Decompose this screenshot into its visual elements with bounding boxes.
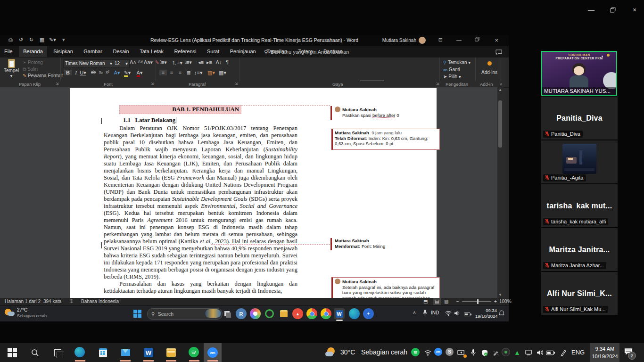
- tab-gambar[interactable]: Gambar: [79, 46, 107, 57]
- styles-dialog-launcher[interactable]: ⇲: [436, 82, 439, 86]
- highlight-color-icon[interactable]: ✎▾: [124, 70, 131, 76]
- blue-app-icon[interactable]: ✈: [363, 308, 374, 319]
- participant-tile[interactable]: tarisha_kak mut... tarisha_kak mutiara_a…: [541, 184, 618, 227]
- word-restore-icon[interactable]: [475, 37, 479, 42]
- loop-icon[interactable]: [264, 308, 275, 319]
- decrease-indent-icon[interactable]: ◂≡: [197, 59, 205, 66]
- mail-taskbar-icon[interactable]: [120, 347, 131, 358]
- chrome-icon[interactable]: [306, 308, 317, 319]
- paste-button[interactable]: Tempel ▾: [3, 59, 20, 78]
- pilcrow-icon[interactable]: ¶: [223, 59, 231, 65]
- shading-icon[interactable]: ▨▾: [207, 70, 215, 76]
- spotify-taskbar-icon[interactable]: [189, 347, 199, 357]
- zoom-out-icon[interactable]: −: [456, 299, 459, 304]
- body-text[interactable]: Dalam Peraturan OJK Nomor 51/POJK.03/201…: [104, 125, 297, 295]
- inner-weather-temp[interactable]: 27°C: [17, 307, 27, 313]
- select-button[interactable]: ➤ Pilih ▾: [443, 74, 461, 79]
- sort-icon[interactable]: A↓: [215, 59, 223, 65]
- word-minimize-icon[interactable]: —: [456, 37, 462, 42]
- search-button[interactable]: [29, 347, 41, 358]
- align-right-icon[interactable]: ≡: [176, 70, 184, 75]
- strikethrough-icon[interactable]: ab: [90, 70, 97, 74]
- bullets-icon[interactable]: ⁚≡▾: [159, 59, 167, 66]
- change-case-icon[interactable]: Aa▾: [144, 59, 151, 66]
- font-color-icon[interactable]: A▾: [136, 70, 143, 76]
- tab-peninjauan[interactable]: Peninjauan: [226, 46, 260, 57]
- inner-speaker-icon[interactable]: [454, 310, 460, 318]
- video-tile-active[interactable]: SONDREMAN PREPARATION CENTER PKM MUTIARA…: [541, 51, 617, 96]
- sys-language[interactable]: ENG: [571, 349, 585, 356]
- shrink-font-icon[interactable]: A˅: [137, 59, 144, 64]
- underline-icon[interactable]: U▾: [79, 70, 87, 76]
- comment-2[interactable]: Mutiara Sakinah 9 jam yang lalu Telah Di…: [331, 129, 440, 150]
- inner-language[interactable]: IND: [431, 310, 439, 315]
- sys-weather-temp[interactable]: 30°C: [340, 348, 355, 356]
- align-left-icon[interactable]: ≡: [159, 70, 167, 75]
- weather-icon[interactable]: [5, 308, 15, 318]
- chrome-profile-icon[interactable]: [321, 308, 331, 319]
- tray-zoom-icon[interactable]: zm: [434, 348, 442, 356]
- tray-screenshare-icon[interactable]: [456, 348, 466, 357]
- scroll-down-icon[interactable]: ▼: [497, 292, 503, 298]
- comment-3[interactable]: Mutiara Sakinah Memformat: Font: Miring: [335, 238, 437, 249]
- account-name[interactable]: Mutiara Sakinah: [382, 38, 416, 43]
- tray-idm-icon[interactable]: ▲: [512, 348, 522, 357]
- task-view-icon[interactable]: [222, 308, 232, 319]
- grow-font-icon[interactable]: A˄: [129, 59, 137, 65]
- tray-pen-icon[interactable]: [558, 348, 568, 357]
- tab-tata-letak[interactable]: Tata Letak: [135, 46, 168, 57]
- start-button[interactable]: [7, 347, 18, 358]
- tray-s-icon[interactable]: S: [446, 348, 454, 356]
- page-indicator[interactable]: Halaman 1 dari 2: [5, 299, 41, 304]
- numbering-icon[interactable]: ⒈≡▾: [172, 59, 179, 66]
- zoom-level[interactable]: 100%: [499, 299, 512, 304]
- brave-icon[interactable]: ▲: [292, 308, 303, 319]
- tray-speaker-icon[interactable]: [535, 348, 545, 357]
- paragraph-dialog-launcher[interactable]: ⇲: [235, 82, 238, 86]
- replace-button[interactable]: ab Ganti: [443, 67, 460, 72]
- tray-cast-icon[interactable]: [524, 348, 533, 357]
- file-explorer-icon[interactable]: [278, 308, 289, 319]
- tray-webcam-icon[interactable]: [502, 348, 510, 356]
- word-count[interactable]: 394 kata: [43, 299, 61, 304]
- word-taskbar-icon[interactable]: W: [334, 308, 345, 319]
- remini-icon[interactable]: R: [236, 308, 247, 319]
- explorer-taskbar-icon[interactable]: [165, 347, 177, 358]
- find-button[interactable]: ⚲ Temukan ▾: [443, 60, 471, 65]
- justify-icon[interactable]: ≣: [185, 70, 192, 76]
- multilevel-list-icon[interactable]: ⁝≡▾: [184, 59, 192, 66]
- close-icon[interactable]: ×: [629, 5, 640, 15]
- task-view-button[interactable]: [52, 347, 63, 358]
- tray-chevron-icon[interactable]: ˄: [413, 310, 416, 315]
- line-spacing-icon[interactable]: ↕≡▾: [194, 70, 202, 76]
- copy-button[interactable]: ⧉ Salin: [23, 66, 38, 72]
- ribbon-display-options-icon[interactable]: ⊡: [438, 37, 443, 43]
- edge-taskbar-icon[interactable]: [74, 347, 85, 357]
- tell-me-box[interactable]: ⚲Beri tahu yang ingin Anda lakukan: [264, 49, 349, 55]
- sys-weather-desc[interactable]: Sebagian cerah: [361, 348, 407, 356]
- tray-spotify-icon[interactable]: [411, 348, 420, 356]
- tab-referensi[interactable]: Referensi: [170, 46, 200, 57]
- clipboard-dialog-launcher[interactable]: ⇲: [56, 82, 59, 86]
- comments-icon[interactable]: [495, 49, 502, 57]
- read-mode-icon[interactable]: ⬒: [423, 299, 428, 304]
- cut-button[interactable]: ✂ Potong: [23, 60, 43, 65]
- borders-icon[interactable]: ▦▾: [219, 70, 226, 76]
- word-taskbar-icon[interactable]: W: [143, 347, 154, 358]
- text-effects-icon[interactable]: A▾: [113, 70, 121, 76]
- web-layout-icon[interactable]: ▧: [444, 299, 448, 304]
- search-input[interactable]: ⚲ Search: [147, 308, 223, 320]
- store-taskbar-icon[interactable]: [97, 347, 108, 358]
- zoom-taskbar-button[interactable]: zm: [204, 343, 222, 362]
- vertical-scrollbar[interactable]: ▲ ▼: [497, 87, 503, 298]
- restore-icon[interactable]: [608, 5, 618, 15]
- participant-tile[interactable]: Maritza Janitra... Maritza Janitra Azhar…: [541, 228, 618, 271]
- minimize-icon[interactable]: —: [586, 5, 596, 15]
- inner-wifi-icon[interactable]: [445, 310, 452, 318]
- copilot-icon[interactable]: [250, 308, 261, 319]
- font-name-select[interactable]: Times New Roman ▾: [63, 59, 114, 67]
- scrollbar-thumb[interactable]: [498, 100, 502, 148]
- start-button[interactable]: [132, 308, 143, 319]
- inner-clock[interactable]: 09:3419/10/2024: [475, 308, 497, 319]
- proofing-icon[interactable]: ⎅: [70, 299, 73, 304]
